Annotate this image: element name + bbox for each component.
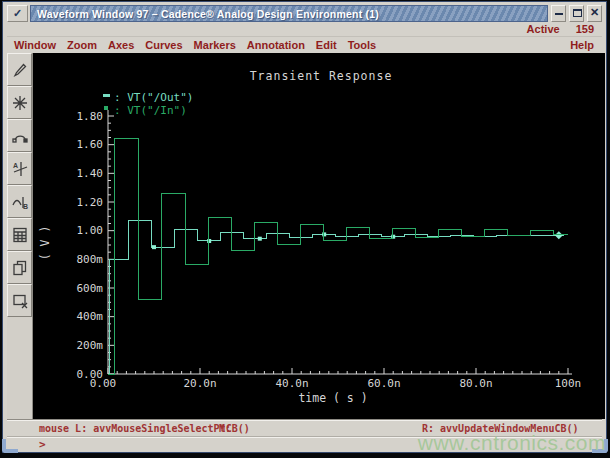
window-menu-button[interactable]: ✓ xyxy=(7,5,28,22)
trace-end-marker xyxy=(555,231,563,239)
copy-window-button[interactable] xyxy=(7,251,32,284)
svg-text:800m: 800m xyxy=(77,253,104,266)
waveform-plot[interactable]: 0.0020.0n40.0n60.0n80.0n100n0.00200m400m… xyxy=(33,53,605,419)
svg-text:1.80: 1.80 xyxy=(77,110,104,123)
svg-text:1.00: 1.00 xyxy=(77,224,104,237)
calculator-icon xyxy=(11,226,29,244)
trace-0 xyxy=(108,221,563,374)
calculator-button[interactable] xyxy=(7,218,32,251)
status-mouse-middle: M: xyxy=(219,423,231,434)
pen-tool-button[interactable] xyxy=(7,53,32,86)
menu-zoom[interactable]: Zoom xyxy=(67,39,97,51)
zoom-star-button[interactable] xyxy=(7,86,32,119)
menu-window[interactable]: Window xyxy=(14,39,56,51)
plot-canvas: 0.0020.0n40.0n60.0n80.0n100n0.00200m400m… xyxy=(33,53,605,419)
minimize-button[interactable] xyxy=(551,5,566,22)
active-count: 159 xyxy=(576,23,594,35)
svg-text:40.0n: 40.0n xyxy=(275,377,308,390)
active-label: Active xyxy=(527,23,560,35)
maximize-icon xyxy=(573,9,582,17)
main-area: A B 0.0020.0n40.0n60.0n80.0n100n0.00200m… xyxy=(7,53,602,419)
svg-text:60.0n: 60.0n xyxy=(367,377,400,390)
left-toolbar: A B xyxy=(7,53,33,419)
close-button[interactable]: ✕ xyxy=(587,5,602,22)
svg-text:: VT("/Out"): : VT("/Out") xyxy=(114,91,193,104)
minimize-icon xyxy=(555,13,563,15)
svg-text:: VT("/In"): : VT("/In") xyxy=(114,104,187,117)
svg-text:Transient Response: Transient Response xyxy=(250,69,393,83)
svg-text:1.20: 1.20 xyxy=(77,196,104,209)
svg-text:A: A xyxy=(13,162,18,169)
svg-text:0.00: 0.00 xyxy=(77,368,104,381)
prompt-symbol: > xyxy=(39,438,46,451)
zoom-star-icon xyxy=(11,94,29,112)
close-icon: ✕ xyxy=(588,6,601,21)
menu-help[interactable]: Help xyxy=(570,39,594,51)
vertical-marker-button[interactable]: A xyxy=(7,152,32,185)
horizontal-marker-b-icon: B xyxy=(11,193,29,211)
menu-tools[interactable]: Tools xyxy=(348,39,377,51)
horizontal-marker-button[interactable]: B xyxy=(7,185,32,218)
titlebar: ✓ Waveform Window 97 – Cadence® Analog D… xyxy=(7,5,602,22)
menu-curves[interactable]: Curves xyxy=(145,39,182,51)
svg-text:1.60: 1.60 xyxy=(77,138,104,151)
pen-icon xyxy=(11,61,29,79)
titlebar-stripe[interactable]: Waveform Window 97 – Cadence® Analog Des… xyxy=(30,5,548,22)
menu-edit[interactable]: Edit xyxy=(316,39,337,51)
maximize-button[interactable] xyxy=(569,5,584,22)
arc-probe-icon xyxy=(11,127,29,145)
arc-probe-button[interactable] xyxy=(7,119,32,152)
svg-text:time ( s ): time ( s ) xyxy=(298,391,367,405)
snip-window-button[interactable] xyxy=(7,284,32,317)
svg-text:1.40: 1.40 xyxy=(77,167,104,180)
resize-corner-bottom-left[interactable] xyxy=(2,439,18,453)
menu-axes[interactable]: Axes xyxy=(108,39,134,51)
svg-text:200m: 200m xyxy=(77,339,104,352)
svg-text:20.0n: 20.0n xyxy=(183,377,216,390)
watermark-text: www.cntronics.com xyxy=(418,431,606,455)
svg-text:80.0n: 80.0n xyxy=(459,377,492,390)
trace-point-marker xyxy=(258,237,262,241)
svg-text:( V ): ( V ) xyxy=(38,226,52,261)
svg-text:600m: 600m xyxy=(77,282,104,295)
active-status-row: Active 159 xyxy=(7,22,602,37)
snip-window-icon xyxy=(11,292,29,310)
copy-window-icon xyxy=(11,259,29,277)
svg-text:B: B xyxy=(23,203,28,210)
svg-text:400m: 400m xyxy=(77,310,104,323)
trace-point-marker xyxy=(152,245,156,249)
menu-markers[interactable]: Markers xyxy=(194,39,236,51)
svg-text:100n: 100n xyxy=(555,377,582,390)
vertical-marker-a-icon: A xyxy=(11,160,29,178)
trace-1 xyxy=(108,139,568,374)
window-title: Waveform Window 97 – Cadence® Analog Des… xyxy=(37,8,379,20)
waveform-window: ✓ Waveform Window 97 – Cadence® Analog D… xyxy=(2,1,607,453)
menu-annotation[interactable]: Annotation xyxy=(247,39,305,51)
menubar: Window Zoom Axes Curves Markers Annotati… xyxy=(7,37,602,53)
